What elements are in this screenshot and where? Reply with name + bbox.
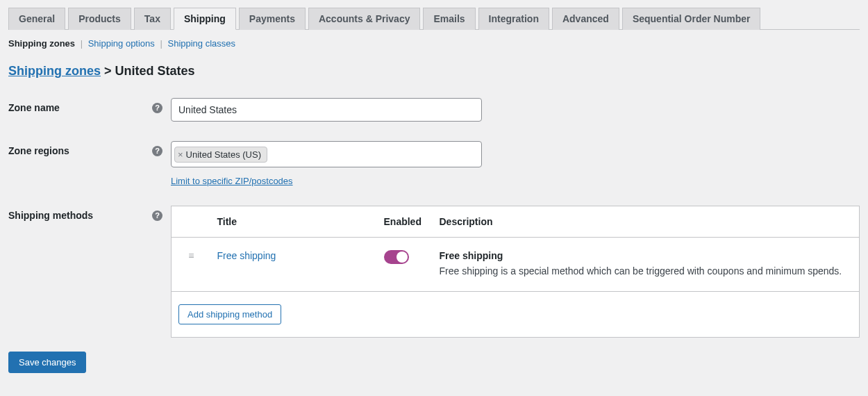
region-tag: × United States (US) bbox=[174, 147, 267, 163]
tab-shipping[interactable]: Shipping bbox=[174, 8, 236, 30]
subnav-separator: | bbox=[160, 38, 162, 49]
shipping-method-link[interactable]: Free shipping bbox=[217, 250, 276, 261]
table-row: ≡ Free shipping Free shipping Free shipp… bbox=[172, 238, 860, 292]
tab-general[interactable]: General bbox=[8, 8, 65, 30]
shipping-subnav: Shipping zones | Shipping options | Ship… bbox=[8, 38, 860, 49]
breadcrumb-current: United States bbox=[115, 64, 195, 78]
subnav-separator: | bbox=[81, 38, 83, 49]
help-icon[interactable]: ? bbox=[152, 146, 162, 156]
save-changes-button[interactable]: Save changes bbox=[8, 352, 86, 373]
zone-name-label: Zone name bbox=[8, 102, 60, 113]
zone-name-row: Zone name ? bbox=[8, 98, 860, 122]
table-header-handle bbox=[172, 206, 210, 238]
table-header-title: Title bbox=[210, 206, 377, 238]
method-desc-title: Free shipping bbox=[440, 250, 853, 261]
breadcrumb: Shipping zones > United States bbox=[8, 64, 860, 79]
tab-integration[interactable]: Integration bbox=[478, 8, 549, 30]
remove-region-icon[interactable]: × bbox=[178, 149, 183, 160]
zone-regions-row: Zone regions ? × United States (US) Limi… bbox=[8, 141, 860, 186]
breadcrumb-link-shipping-zones[interactable]: Shipping zones bbox=[8, 64, 101, 78]
enabled-toggle[interactable] bbox=[384, 250, 409, 264]
shipping-methods-label: Shipping methods bbox=[8, 210, 93, 221]
tab-emails[interactable]: Emails bbox=[423, 8, 475, 30]
tab-payments[interactable]: Payments bbox=[239, 8, 306, 30]
subnav-shipping-zones[interactable]: Shipping zones bbox=[8, 38, 75, 49]
tab-advanced[interactable]: Advanced bbox=[552, 8, 619, 30]
tab-products[interactable]: Products bbox=[68, 8, 131, 30]
help-icon[interactable]: ? bbox=[152, 211, 162, 221]
method-desc-text: Free shipping is a special method which … bbox=[440, 264, 853, 279]
settings-tabs: General Products Tax Shipping Payments A… bbox=[8, 7, 860, 30]
region-tag-label: United States (US) bbox=[186, 149, 261, 160]
table-header-description: Description bbox=[433, 206, 860, 238]
shipping-methods-table: Title Enabled Description ≡ Free shippin… bbox=[171, 206, 860, 338]
zone-regions-label: Zone regions bbox=[8, 145, 69, 156]
table-header-enabled: Enabled bbox=[377, 206, 433, 238]
shipping-methods-row: Shipping methods ? Title Enabled Descrip… bbox=[8, 206, 860, 338]
zone-name-input[interactable] bbox=[171, 98, 482, 122]
tab-sequential-order-number[interactable]: Sequential Order Number bbox=[622, 8, 761, 30]
drag-handle-icon[interactable]: ≡ bbox=[172, 238, 210, 292]
help-icon[interactable]: ? bbox=[152, 103, 162, 113]
zone-regions-select[interactable]: × United States (US) bbox=[171, 141, 482, 167]
breadcrumb-separator: > bbox=[104, 64, 112, 78]
subnav-shipping-classes[interactable]: Shipping classes bbox=[167, 38, 235, 49]
tab-tax[interactable]: Tax bbox=[134, 8, 171, 30]
add-shipping-method-button[interactable]: Add shipping method bbox=[178, 304, 281, 324]
tab-accounts-privacy[interactable]: Accounts & Privacy bbox=[308, 8, 421, 30]
limit-zip-link[interactable]: Limit to specific ZIP/postcodes bbox=[171, 176, 293, 186]
subnav-shipping-options[interactable]: Shipping options bbox=[88, 38, 155, 49]
